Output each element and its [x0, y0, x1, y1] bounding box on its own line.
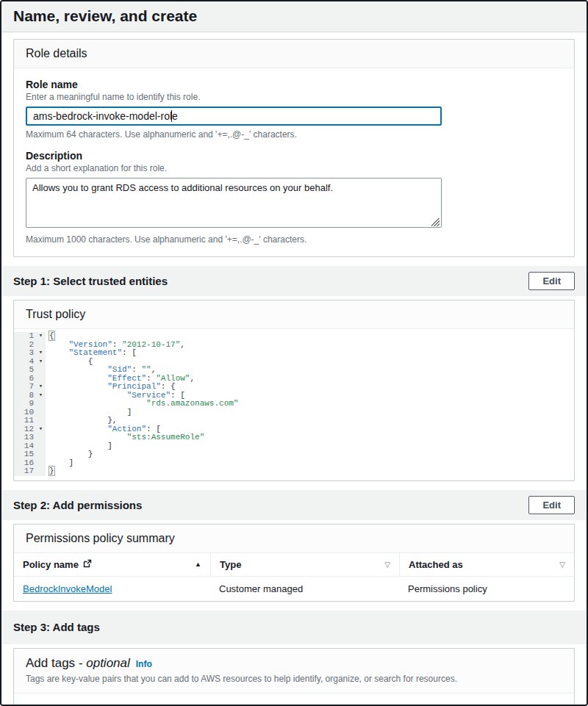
permissions-card: Permissions policy summary Policy name ▲…: [13, 524, 575, 602]
step1-header: Step 1: Select trusted entities Edit: [1, 266, 587, 296]
fold-toggle-icon[interactable]: ▾: [36, 358, 46, 367]
code-line: 7▾ "Principal": {: [14, 383, 574, 392]
page-title: Name, review, and create: [13, 7, 575, 25]
page: Name, review, and create Role details Ro…: [0, 0, 588, 706]
role-details-section: Role details Role name Enter a meaningfu…: [1, 32, 587, 266]
attached-as-cell: Permissions policy: [399, 577, 574, 601]
line-number: 7: [14, 383, 36, 392]
line-number: 3: [14, 349, 36, 358]
role-details-card-body: Role name Enter a meaningful name to ide…: [14, 68, 574, 256]
code-text: "sts:AssumeRole": [46, 433, 204, 442]
description-textarea[interactable]: Allows you to grant RDS access to additi…: [26, 178, 442, 228]
filter-icon: ▽: [559, 561, 565, 569]
role-name-label: Role name: [26, 79, 562, 90]
step2-edit-button[interactable]: Edit: [528, 496, 575, 514]
info-link[interactable]: Info: [136, 659, 152, 669]
tags-description: Tags are key-value pairs that you can ad…: [26, 674, 562, 684]
permissions-heading: Permissions policy summary: [26, 532, 562, 545]
external-link-icon: [83, 559, 92, 570]
column-header-attached-as[interactable]: Attached as ▽: [399, 553, 574, 577]
line-number: 13: [14, 433, 36, 442]
tags-card-header: Add tags - optional Info Tags are key-va…: [14, 649, 574, 694]
code-line: 5 "Sid": "",: [14, 366, 574, 375]
step1-edit-button[interactable]: Edit: [528, 272, 575, 290]
fold-gutter: [36, 400, 46, 408]
code-text: }: [46, 467, 54, 476]
code-text: },: [46, 417, 117, 425]
code-line: 15 }: [14, 450, 574, 459]
line-number: 17: [14, 467, 36, 476]
role-details-card: Role details Role name Enter a meaningfu…: [13, 39, 575, 257]
trust-policy-section: Trust policy 1▾{2 "Version": "2012-10-17…: [1, 296, 587, 490]
tags-heading: Add tags - optional: [26, 656, 130, 671]
trust-policy-code[interactable]: 1▾{2 "Version": "2012-10-17",3▾ "Stateme…: [14, 329, 574, 480]
permissions-card-header: Permissions policy summary: [14, 525, 574, 553]
code-text: {: [46, 332, 54, 341]
permissions-section: Permissions policy summary Policy name ▲…: [1, 520, 587, 610]
sort-ascending-icon: ▲: [195, 561, 201, 568]
fold-gutter: [36, 341, 46, 350]
step2-header: Step 2: Add permissions Edit: [1, 490, 587, 520]
role-details-card-header: Role details: [14, 40, 574, 68]
fold-gutter: [36, 366, 46, 375]
step2-title: Step 2: Add permissions: [13, 499, 142, 511]
fold-gutter: [36, 417, 46, 425]
fold-toggle-icon[interactable]: ▾: [36, 383, 46, 392]
policy-name-cell: BedrockInvokeModel: [14, 577, 210, 601]
code-line: 17}: [14, 467, 574, 476]
fold-toggle-icon[interactable]: ▾: [36, 349, 46, 358]
role-details-heading: Role details: [26, 47, 562, 60]
trust-policy-card: Trust policy 1▾{2 "Version": "2012-10-17…: [13, 300, 575, 481]
line-number: 11: [14, 417, 36, 425]
description-hint: Add a short explanation for this role.: [26, 163, 562, 173]
line-number: 1: [14, 332, 36, 341]
permissions-table: Policy name ▲ Type ▽ Attached as: [14, 553, 574, 601]
trust-policy-heading: Trust policy: [26, 308, 562, 321]
table-header-row: Policy name ▲ Type ▽ Attached as: [14, 553, 574, 577]
tags-card-body: No tags associated with the resource. Ad…: [14, 694, 574, 706]
code-text: "rds.amazonaws.com": [46, 400, 238, 408]
line-number: 15: [14, 450, 36, 459]
description-constraint: Maximum 1000 characters. Use alphanumeri…: [26, 234, 562, 245]
fold-gutter: [36, 433, 46, 442]
trust-policy-card-header: Trust policy: [14, 300, 574, 329]
fold-gutter: [36, 450, 46, 459]
fold-toggle-icon[interactable]: ▾: [36, 425, 46, 434]
fold-gutter: [36, 375, 46, 383]
code-line: 11 },: [14, 417, 574, 425]
code-line: 13 "sts:AssumeRole": [14, 433, 574, 442]
role-name-hint: Enter a meaningful name to identify this…: [26, 92, 562, 102]
column-header-policy-name[interactable]: Policy name ▲: [14, 553, 210, 577]
tags-section: Add tags - optional Info Tags are key-va…: [1, 644, 587, 706]
fold-toggle-icon[interactable]: ▾: [36, 332, 46, 341]
page-header: Name, review, and create: [1, 1, 587, 32]
role-name-constraint: Maximum 64 characters. Use alphanumeric …: [26, 129, 562, 140]
fold-gutter: [36, 467, 46, 476]
tags-card: Add tags - optional Info Tags are key-va…: [13, 648, 575, 706]
code-line: 16 ]: [14, 459, 574, 468]
filter-icon: ▽: [384, 561, 390, 569]
step3-title: Step 3: Add tags: [13, 621, 100, 633]
code-line: 9 "rds.amazonaws.com": [14, 400, 574, 408]
description-label: Description: [26, 150, 562, 162]
role-name-input[interactable]: [26, 107, 442, 126]
code-line: 14 ]: [14, 442, 574, 451]
line-number: 5: [14, 366, 36, 375]
policy-type-cell: Customer managed: [210, 577, 399, 601]
step3-header: Step 3: Add tags: [1, 610, 587, 644]
code-line: 3▾ "Statement": [: [14, 349, 574, 358]
policy-link[interactable]: BedrockInvokeModel: [23, 583, 112, 594]
fold-gutter: [36, 442, 46, 451]
table-row: BedrockInvokeModel Customer managed Perm…: [14, 577, 574, 601]
fold-toggle-icon[interactable]: ▾: [36, 392, 46, 400]
step1-title: Step 1: Select trusted entities: [13, 275, 168, 287]
line-number: 9: [14, 400, 36, 408]
fold-gutter: [36, 459, 46, 468]
column-header-type[interactable]: Type ▽: [210, 553, 399, 577]
fold-gutter: [36, 408, 46, 417]
